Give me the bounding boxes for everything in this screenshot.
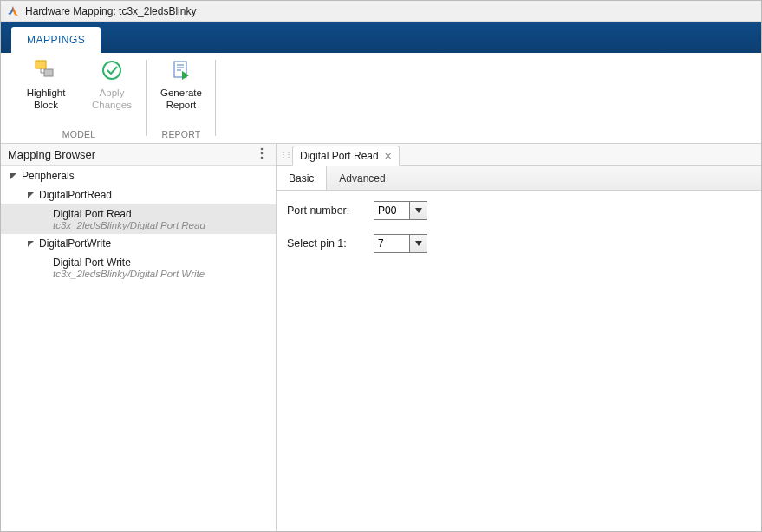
title-bar: Hardware Mapping: tc3x_2ledsBlinky [1, 1, 761, 22]
mapping-browser-panel: Mapping Browser Peripherals DigitalPort [1, 144, 277, 531]
tree-node-peripherals[interactable]: Peripherals [1, 166, 276, 185]
svg-rect-1 [44, 69, 53, 76]
close-tab-button[interactable]: ✕ [384, 151, 392, 162]
tree-leaf-digital-port-write[interactable]: Digital Port Write tc3x_2ledsBlinky/Digi… [1, 253, 276, 282]
select-pin-combo[interactable] [374, 234, 427, 253]
apply-changes-icon [100, 58, 124, 82]
tree-node-digitalportread[interactable]: DigitalPortRead [1, 185, 276, 204]
port-number-input[interactable] [374, 201, 410, 220]
ribbon-tabstrip: MAPPINGS [1, 22, 761, 53]
generate-report-icon [169, 58, 193, 82]
tree-leaf-digital-port-read[interactable]: Digital Port Read tc3x_2ledsBlinky/Digit… [1, 204, 276, 234]
matlab-icon [6, 4, 20, 18]
svg-point-11 [261, 157, 264, 159]
doc-tab-digital-port-read[interactable]: Digital Port Read ✕ [292, 146, 400, 166]
expand-toggle-icon[interactable] [25, 190, 36, 200]
highlight-block-icon [34, 58, 58, 82]
ribbon-body: Highlight Block Apply Changes [1, 53, 761, 144]
tab-mappings[interactable]: MAPPINGS [11, 27, 101, 53]
dropdown-arrow-icon[interactable] [410, 201, 427, 220]
panel-menu-button[interactable] [255, 147, 269, 162]
select-pin-input[interactable] [374, 234, 410, 253]
port-number-combo[interactable] [374, 201, 427, 220]
apply-changes-button: Apply Changes [84, 56, 140, 112]
tab-advanced[interactable]: Advanced [327, 166, 397, 190]
select-pin-label: Select pin 1: [287, 237, 363, 250]
mapping-tree[interactable]: Peripherals DigitalPortRead Digital Port… [1, 166, 276, 531]
detail-panel: ⋮⋮ Digital Port Read ✕ Basic Advanced Po… [277, 144, 761, 531]
dropdown-arrow-icon[interactable] [410, 234, 427, 253]
highlight-block-button[interactable]: Highlight Block [18, 56, 74, 112]
port-number-label: Port number: [287, 204, 363, 217]
tab-basic[interactable]: Basic [277, 166, 327, 190]
window-title: Hardware Mapping: tc3x_2ledsBlinky [25, 5, 196, 17]
svg-rect-0 [36, 61, 46, 68]
svg-point-10 [261, 152, 264, 155]
expand-toggle-icon[interactable] [8, 171, 18, 181]
group-model-label: MODEL [62, 129, 95, 141]
generate-report-button[interactable]: Generate Report [153, 56, 209, 112]
group-report-label: REPORT [162, 129, 201, 141]
tree-node-digitalportwrite[interactable]: DigitalPortWrite [1, 234, 276, 253]
panel-grip-icon: ⋮⋮ [280, 144, 287, 165]
expand-toggle-icon[interactable] [25, 238, 36, 249]
svg-point-4 [103, 62, 120, 79]
svg-point-9 [261, 148, 264, 151]
mapping-browser-title: Mapping Browser [8, 148, 95, 161]
